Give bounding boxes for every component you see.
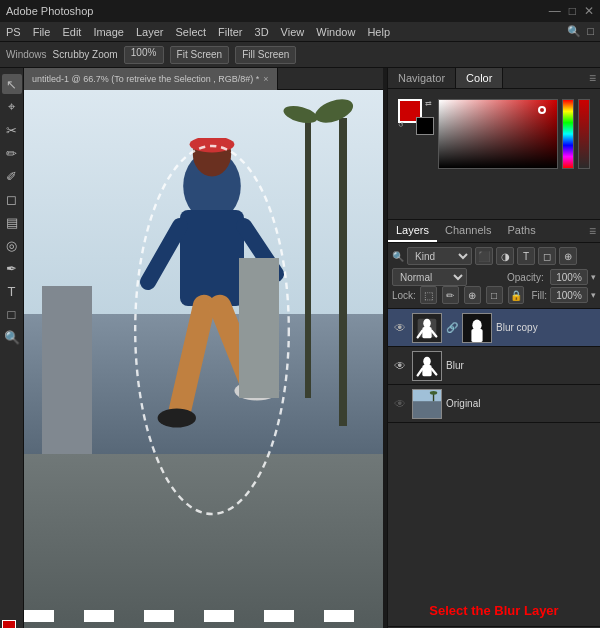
minimize-btn[interactable]: — [549, 4, 561, 18]
menu-file[interactable]: File [33, 26, 51, 38]
canvas-tab[interactable]: untitled-1 @ 66.7% (To retreive the Sele… [24, 68, 278, 90]
titlebar-controls[interactable]: — □ ✕ [549, 4, 594, 18]
layer-thumbnail-blur-copy [412, 313, 442, 343]
layer-kind-select[interactable]: Kind [407, 247, 472, 265]
background-color[interactable] [416, 117, 434, 135]
layers-options-icon[interactable]: ≡ [589, 220, 600, 242]
adjustment-filter-btn[interactable]: ◑ [496, 247, 514, 265]
lock-fill-row: Lock: ⬚ ✏ ⊕ □ 🔒 Fill: 100% ▾ [392, 286, 596, 304]
svg-rect-26 [413, 390, 441, 401]
svg-point-28 [430, 390, 437, 394]
layer-visibility-blur-copy[interactable]: 👁 [392, 320, 408, 336]
blend-mode-select[interactable]: Normal [392, 268, 467, 286]
menu-edit[interactable]: Edit [62, 26, 81, 38]
eraser-tool[interactable]: ◻ [2, 189, 22, 209]
layer-name-blur: Blur [446, 360, 596, 371]
tab-channels[interactable]: Channels [437, 220, 499, 242]
scrubby-zoom-label: Scrubby Zoom [53, 49, 118, 60]
crop-tool[interactable]: ✂ [2, 120, 22, 140]
menu-view[interactable]: View [281, 26, 305, 38]
opacity-dropdown-icon[interactable]: ▾ [591, 272, 596, 282]
menu-image[interactable]: Image [93, 26, 124, 38]
brush-tool[interactable]: ✏ [2, 143, 22, 163]
color-spectrum[interactable] [438, 99, 558, 169]
layer-thumbnail-blur [412, 351, 442, 381]
fit-screen-button[interactable]: Fit Screen [170, 46, 230, 64]
menu-3d[interactable]: 3D [255, 26, 269, 38]
layer-chain-icon[interactable]: 🔗 [446, 322, 458, 333]
menu-help[interactable]: Help [367, 26, 390, 38]
pixel-filter-btn[interactable]: ⬛ [475, 247, 493, 265]
opacity-label: Opacity: [507, 272, 547, 283]
search-icon: 🔍 [392, 251, 404, 262]
panel-options-icon[interactable]: ≡ [589, 68, 600, 88]
color-panel: ⇄ ↺ [388, 89, 600, 219]
layer-thumbnail-original [412, 389, 442, 419]
lock-position-btn[interactable]: ⊕ [464, 286, 481, 304]
type-filter-btn[interactable]: T [517, 247, 535, 265]
layer-item-blur-copy[interactable]: 👁 🔗 [388, 309, 600, 347]
zoom-value[interactable]: 100% [124, 46, 164, 64]
lock-transparent-btn[interactable]: ⬚ [420, 286, 437, 304]
shape-filter-btn[interactable]: ◻ [538, 247, 556, 265]
tab-navigator[interactable]: Navigator [388, 68, 456, 88]
layer-visibility-blur[interactable]: 👁 [392, 358, 408, 374]
search-icon[interactable]: 🔍 [567, 25, 581, 38]
right-panel: Navigator Color ≡ ⇄ ↺ [387, 68, 600, 628]
move-tool[interactable]: ↖ [2, 74, 22, 94]
menu-filter[interactable]: Filter [218, 26, 242, 38]
clone-tool[interactable]: ✐ [2, 166, 22, 186]
hue-slider[interactable] [562, 99, 574, 169]
reset-colors-icon[interactable]: ↺ [398, 121, 404, 129]
layers-controls: 🔍 Kind ⬛ ◑ T ◻ ⊕ Normal Opacity: 100% ▾ [388, 243, 600, 309]
opacity-input[interactable]: 100% [550, 269, 588, 285]
lock-artboard-btn[interactable]: □ [486, 286, 503, 304]
menu-layer[interactable]: Layer [136, 26, 164, 38]
svg-point-21 [423, 356, 430, 365]
tab-paths[interactable]: Paths [500, 220, 544, 242]
swap-colors-icon[interactable]: ⇄ [425, 99, 432, 108]
layer-item-original[interactable]: 👁 Original [388, 385, 600, 423]
text-tool[interactable]: T [2, 281, 22, 301]
top-panel-tabs: Navigator Color ≡ [388, 68, 600, 89]
svg-line-4 [148, 226, 180, 282]
fg-color-swatch[interactable] [2, 620, 16, 628]
layers-panel-header: Layers Channels Paths ≡ [388, 220, 600, 243]
zoom-tool[interactable]: 🔍 [2, 327, 22, 347]
color-controls-row: ⇄ ↺ [394, 95, 594, 173]
layer-visibility-original[interactable]: 👁 [392, 396, 408, 412]
blur-tool[interactable]: ◎ [2, 235, 22, 255]
svg-rect-3 [180, 210, 244, 306]
maximize-btn[interactable]: □ [569, 4, 576, 18]
shape-tool[interactable]: □ [2, 304, 22, 324]
road-markings [24, 610, 383, 622]
canvas [24, 90, 383, 628]
tab-color[interactable]: Color [456, 68, 503, 88]
panel-icon[interactable]: □ [587, 25, 594, 38]
tab-layers[interactable]: Layers [388, 220, 437, 242]
tab-bar: untitled-1 @ 66.7% (To retreive the Sele… [24, 68, 383, 90]
close-btn[interactable]: ✕ [584, 4, 594, 18]
layer-item-blur[interactable]: 👁 Blur [388, 347, 600, 385]
filter-kind-row: 🔍 Kind ⬛ ◑ T ◻ ⊕ [392, 247, 596, 265]
fill-dropdown-icon[interactable]: ▾ [591, 290, 596, 300]
menu-window[interactable]: Window [316, 26, 355, 38]
titlebar: Adobe Photoshop — □ ✕ [0, 0, 600, 22]
svg-point-13 [423, 318, 430, 327]
color-picker-cursor [538, 106, 546, 114]
fill-input[interactable]: 100% [550, 287, 588, 303]
smart-filter-btn[interactable]: ⊕ [559, 247, 577, 265]
svg-line-6 [180, 306, 204, 410]
menu-ps[interactable]: PS [6, 26, 21, 38]
lock-all-btn[interactable]: 🔒 [508, 286, 525, 304]
pen-tool[interactable]: ✒ [2, 258, 22, 278]
instruction-text: Select the Blur Layer [388, 595, 600, 626]
menu-select[interactable]: Select [176, 26, 207, 38]
lock-image-btn[interactable]: ✏ [442, 286, 459, 304]
lasso-tool[interactable]: ⌖ [2, 97, 22, 117]
tab-close-button[interactable]: × [263, 74, 268, 84]
fill-screen-button[interactable]: Fill Screen [235, 46, 296, 64]
svg-rect-22 [422, 365, 431, 376]
gradient-tool[interactable]: ▤ [2, 212, 22, 232]
alpha-slider[interactable] [578, 99, 590, 169]
